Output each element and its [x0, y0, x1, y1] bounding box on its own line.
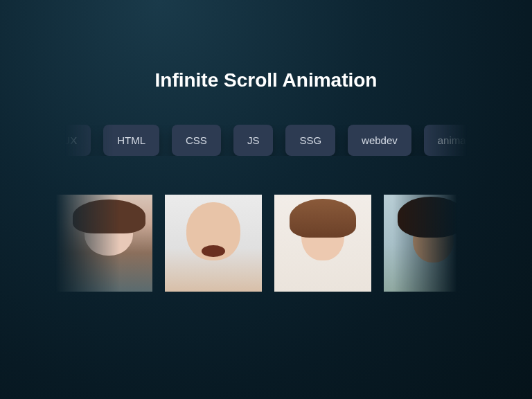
image-card [274, 195, 371, 292]
tag-item[interactable]: HTML [103, 125, 159, 156]
tag-item[interactable]: JS [233, 125, 274, 156]
page-title: Infinite Scroll Animation [155, 69, 378, 91]
tag-item[interactable]: CSS [172, 125, 221, 156]
image-card [384, 195, 481, 292]
images-scroller [55, 195, 457, 292]
tags-scroller: UI/UX HTML CSS JS SSG webdev animation [65, 125, 467, 156]
image-card [165, 195, 262, 292]
tag-item[interactable]: webdev [348, 125, 411, 156]
tag-item[interactable]: SSG [285, 125, 335, 156]
tag-item[interactable]: animation [424, 125, 497, 156]
tag-item[interactable]: UI/UX [35, 125, 91, 156]
image-card [55, 195, 152, 292]
